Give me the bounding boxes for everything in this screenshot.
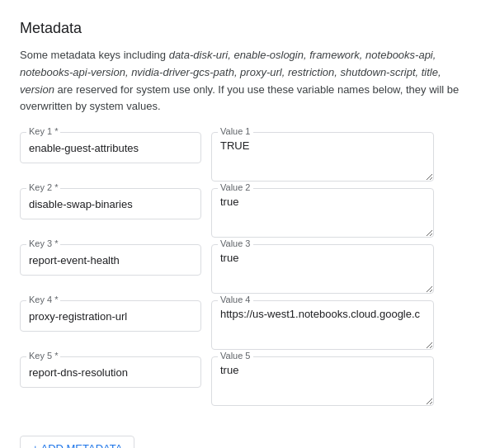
value-input-4[interactable] xyxy=(211,300,434,350)
value-label-2: Value 2 xyxy=(218,182,253,192)
metadata-row: Key 3 *Value 3 xyxy=(20,244,475,294)
metadata-row: Key 2 *Value 2 xyxy=(20,188,475,238)
add-metadata-button[interactable]: + ADD METADATA xyxy=(20,436,134,448)
key-group-4: Key 4 * xyxy=(20,300,201,332)
value-input-5[interactable] xyxy=(211,356,434,406)
value-input-3[interactable] xyxy=(211,244,434,294)
value-group-2: Value 2 xyxy=(211,188,434,238)
value-input-2[interactable] xyxy=(211,188,434,238)
value-group-1: Value 1 xyxy=(211,132,434,182)
metadata-row: Key 1 *Value 1 xyxy=(20,132,475,182)
value-group-3: Value 3 xyxy=(211,244,434,294)
value-label-4: Value 4 xyxy=(218,295,253,304)
section-title: Metadata xyxy=(20,20,475,37)
description-text: Some metadata keys including data-disk-u… xyxy=(20,47,475,116)
key-input-5[interactable] xyxy=(20,356,201,388)
key-label-4: Key 4 * xyxy=(26,295,60,304)
key-group-5: Key 5 * xyxy=(20,356,201,388)
key-label-3: Key 3 * xyxy=(26,238,60,248)
key-input-1[interactable] xyxy=(20,132,201,163)
value-label-3: Value 3 xyxy=(218,238,253,248)
key-group-2: Key 2 * xyxy=(20,188,201,219)
key-input-2[interactable] xyxy=(20,188,201,219)
key-group-3: Key 3 * xyxy=(20,244,201,276)
value-label-5: Value 5 xyxy=(218,351,253,361)
value-group-4: Value 4 xyxy=(211,300,434,350)
metadata-row: Key 5 *Value 5 xyxy=(20,356,475,406)
value-input-1[interactable] xyxy=(211,132,434,182)
metadata-row: Key 4 *Value 4 xyxy=(20,300,475,350)
key-label-1: Key 1 * xyxy=(26,126,60,136)
key-input-3[interactable] xyxy=(20,244,201,276)
value-group-5: Value 5 xyxy=(211,356,434,406)
key-group-1: Key 1 * xyxy=(20,132,201,163)
value-label-1: Value 1 xyxy=(218,126,253,136)
metadata-rows: Key 1 *Value 1Key 2 *Value 2Key 3 *Value… xyxy=(20,132,475,406)
key-label-5: Key 5 * xyxy=(26,351,60,361)
key-label-2: Key 2 * xyxy=(26,182,60,192)
key-input-4[interactable] xyxy=(20,300,201,332)
